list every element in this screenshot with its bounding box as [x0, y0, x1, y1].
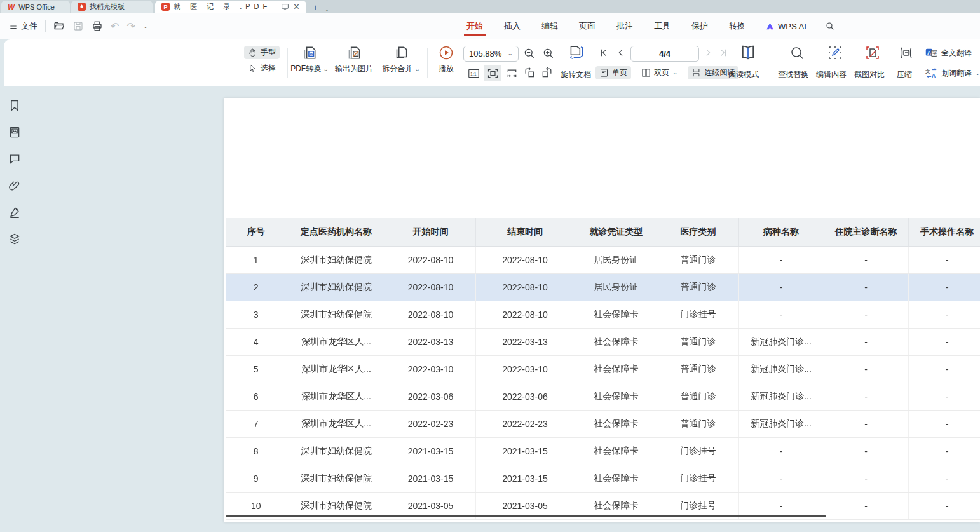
tab-list-chevron-icon[interactable]: ⌄	[324, 6, 329, 12]
table-cell: 普通门诊	[658, 246, 738, 273]
table-cell: 普通门诊	[658, 355, 738, 383]
pdf-convert-icon: W	[301, 44, 318, 61]
table-cell: 门诊挂号	[658, 465, 738, 492]
read-mode-icon	[739, 44, 757, 62]
svg-text:1:1: 1:1	[470, 71, 477, 76]
table-row: 9深圳市妇幼保健院2021-03-152021-03-15社会保障卡门诊挂号--…	[226, 465, 980, 492]
menu-tools[interactable]: 工具	[653, 14, 672, 38]
table-horizontal-scrollbar[interactable]	[226, 515, 826, 517]
bookmark-icon[interactable]	[8, 99, 21, 112]
play-button[interactable]: 播放	[433, 45, 459, 74]
pdf-convert-button[interactable]: W PDF转换 ⌄	[285, 44, 334, 74]
table-cell: 2022-08-10	[386, 273, 475, 301]
table-row: 8深圳市妇幼保健院2021-03-152021-03-15社会保障卡门诊挂号--…	[226, 437, 980, 465]
table-cell: 9	[226, 465, 287, 492]
menu-convert[interactable]: 转换	[728, 14, 747, 38]
full-translate-button[interactable]: A字 全文翻译	[925, 47, 972, 58]
tab-wps-home[interactable]: W WPS Office	[1, 1, 70, 13]
table-header-cell: 病种名称	[738, 218, 824, 246]
svg-text:文: 文	[925, 69, 930, 74]
menu-comment[interactable]: 批注	[615, 14, 634, 38]
comment-icon[interactable]	[8, 153, 21, 165]
table-cell: -	[908, 383, 980, 410]
single-page-label: 单页	[612, 67, 627, 78]
table-cell: 2021-03-15	[386, 437, 475, 465]
table-cell: 2021-03-15	[475, 465, 575, 492]
full-translate-label: 全文翻译	[941, 48, 972, 58]
table-header-cell: 就诊凭证类型	[575, 218, 658, 246]
wps-ai-button[interactable]: WPS AI	[765, 22, 806, 31]
table-cell: 普通门诊	[658, 383, 738, 410]
zoom-level-select[interactable]: 105.88% ⌄	[463, 46, 519, 62]
redo-icon[interactable]: ↷	[126, 20, 135, 32]
menu-page[interactable]: 页面	[578, 14, 597, 38]
table-cell: -	[738, 246, 824, 273]
hamburger-icon	[9, 22, 18, 31]
menu-search-icon[interactable]	[825, 21, 835, 31]
fit-page-icon	[506, 68, 518, 79]
table-cell: 社会保障卡	[575, 383, 658, 410]
close-tab-icon[interactable]: ✕	[293, 2, 300, 11]
export-image-button[interactable]: 输出为图片	[329, 44, 379, 74]
new-tab-button[interactable]: +	[313, 3, 318, 13]
find-replace-label[interactable]: 查找替换	[778, 69, 808, 80]
menu-protect[interactable]: 保护	[690, 14, 709, 38]
layers-icon[interactable]	[8, 233, 21, 245]
edit-content-icon	[827, 45, 843, 60]
menu-edit[interactable]: 编辑	[540, 14, 559, 38]
menu-home[interactable]: 开始	[465, 14, 484, 38]
zoom-out-icon[interactable]	[523, 47, 536, 60]
table-cell: 2022-03-06	[475, 383, 575, 410]
last-page-icon[interactable]	[718, 48, 728, 58]
table-cell: 普通门诊	[658, 410, 738, 437]
edit-content-label[interactable]: 编辑内容	[816, 69, 847, 80]
read-mode-label[interactable]: 阅读模式	[728, 69, 759, 80]
rotate-left-icon[interactable]	[523, 66, 536, 79]
table-cell: 8	[226, 437, 287, 465]
attachment-icon[interactable]	[8, 179, 21, 192]
thumbnail-icon[interactable]	[8, 126, 21, 139]
save-icon[interactable]	[72, 20, 84, 32]
undo-icon[interactable]: ↶	[111, 20, 119, 32]
select-tool-button[interactable]: 选择	[244, 62, 280, 75]
fit-width-button[interactable]	[484, 65, 501, 81]
screenshot-compare-label[interactable]: 截图对比	[854, 69, 885, 80]
print-icon[interactable]	[92, 20, 103, 32]
send-to-device-icon[interactable]	[281, 3, 289, 11]
export-image-icon	[346, 44, 362, 61]
actual-size-button[interactable]: 1:1	[465, 65, 482, 81]
single-page-button[interactable]: 单页	[595, 66, 631, 79]
table-cell: 深圳市龙华区人...	[287, 328, 386, 355]
table-cell: -	[738, 301, 824, 328]
zoom-chevron-icon: ⌄	[508, 51, 513, 57]
file-menu-button[interactable]: 文件	[9, 20, 37, 32]
table-cell: 新冠肺炎门诊...	[738, 355, 824, 383]
rotate-right-icon[interactable]	[541, 66, 554, 79]
open-file-icon[interactable]	[53, 20, 65, 32]
tab-label: 找稻壳模板	[90, 2, 125, 11]
word-translate-button[interactable]: 文A 划词翻译 ⌄	[925, 67, 980, 79]
first-page-icon[interactable]	[599, 48, 609, 58]
next-page-icon[interactable]	[703, 48, 713, 58]
quickbar-chevron-icon[interactable]: ⌄	[143, 24, 148, 29]
split-merge-button[interactable]: 拆分合并 ⌄	[376, 44, 426, 74]
tab-docer[interactable]: 找稻壳模板	[71, 1, 153, 13]
table-cell: 社会保障卡	[575, 437, 658, 465]
compress-label[interactable]: 压缩	[897, 69, 912, 80]
table-cell: 社会保障卡	[575, 328, 658, 355]
rotate-document-icon	[567, 44, 586, 62]
tab-document[interactable]: P 就 医 记 录 .PDF ✕	[155, 1, 306, 13]
zoom-in-icon[interactable]	[542, 47, 555, 60]
double-page-button[interactable]: 双页 ⌄	[637, 66, 681, 79]
hand-tool-button[interactable]: 手型	[244, 46, 280, 59]
table-cell: 4	[226, 328, 287, 355]
signature-pen-icon[interactable]	[8, 206, 21, 219]
fit-page-button[interactable]	[503, 65, 521, 81]
rotate-document-label[interactable]: 旋转文档	[561, 69, 591, 80]
zoom-level-value: 105.88%	[469, 49, 501, 58]
table-header-row: 序号定点医药机构名称开始时间结束时间就诊凭证类型医疗类别病种名称住院主诊断名称手…	[226, 218, 980, 246]
previous-page-icon[interactable]	[616, 48, 626, 58]
page-number-input[interactable]: 4/4	[630, 46, 699, 62]
menu-insert[interactable]: 插入	[503, 14, 522, 38]
table-header-cell: 定点医药机构名称	[287, 218, 386, 246]
